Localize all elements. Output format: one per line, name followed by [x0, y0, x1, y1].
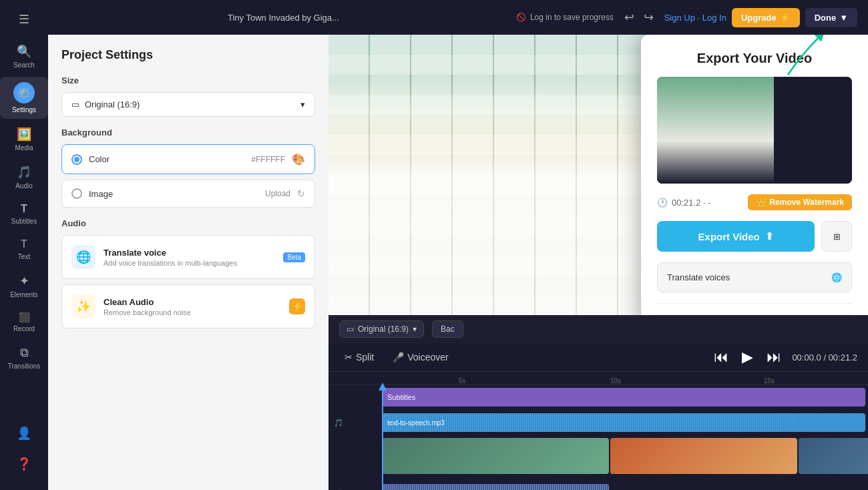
export-options-button[interactable]: ⊞	[821, 221, 852, 252]
nav-arrows: ↩ ↪	[622, 7, 656, 27]
transitions-icon: ⧉	[20, 346, 29, 360]
ruler-mark-10s: 10s	[610, 377, 621, 385]
music-icon: 🎵	[334, 419, 343, 427]
color-radio[interactable]	[71, 154, 82, 165]
sidebar-item-elements[interactable]: ✦ Elements	[0, 268, 48, 304]
translate-voice-card[interactable]: 🌐 Translate voice Add voice translations…	[61, 235, 315, 279]
subtitle-track-content: Subtitles	[382, 385, 868, 409]
help-icon: ❓	[17, 457, 31, 471]
grid-icon: ⊞	[833, 232, 841, 242]
translate-voices-label: Translate voices	[667, 272, 730, 282]
export-buttons-row: Export Video ⬆ ⊞	[657, 221, 852, 252]
clean-audio-desc: Remove background noise	[103, 308, 281, 316]
done-label: Done	[815, 13, 837, 23]
sidebar-item-search[interactable]: 🔍 Search	[0, 39, 48, 74]
project-title: Tiny Town Invaded by Giga...	[59, 13, 508, 23]
subtitle-track-row: Subtitles	[329, 385, 868, 409]
split-label: Split	[356, 352, 374, 362]
sidebar-item-media[interactable]: 🖼️ Media	[0, 121, 48, 157]
size-select-inner: ▭ Original (16:9)	[71, 99, 140, 109]
chevron-down-icon: ▾	[413, 324, 417, 334]
tts-track-content: text-to-speech.mp3	[382, 411, 868, 435]
video-clip-2[interactable]	[610, 438, 797, 474]
timeline-area: ✂ Split 🎤 Voiceover ⏮ ▶ ⏭ 00:00.0 / 0	[329, 343, 868, 490]
undo-button[interactable]: ↩	[622, 7, 637, 27]
sidebar-item-text[interactable]: T Text	[0, 233, 48, 266]
done-button[interactable]: Done ▼	[805, 8, 857, 27]
video-clip-3[interactable]	[799, 438, 868, 474]
export-preview-img	[657, 77, 852, 184]
subtitle-label: Subtitles	[387, 393, 415, 401]
back-button[interactable]: Bac	[432, 320, 463, 338]
redo-button[interactable]: ↪	[641, 7, 656, 27]
sidebar-item-audio[interactable]: 🎵 Audio	[0, 160, 48, 195]
translate-voice-desc: Add voice translations in multi-language…	[103, 259, 275, 267]
profile-icon: 👤	[17, 426, 31, 441]
subtitles-icon: T	[21, 203, 27, 215]
sidebar-item-label: Audio	[15, 182, 33, 190]
tracks-inner: 5s 10s 15s	[329, 372, 868, 490]
hamburger-icon[interactable]: ☰	[19, 12, 29, 27]
upgrade-badge-audio[interactable]: ⚡	[289, 298, 305, 314]
export-panel: Export Your Video 🕐 00:21.2 · - 👑	[641, 35, 868, 315]
audio-label: Audio	[61, 218, 315, 228]
sidebar-item-record[interactable]: ⬛ Record	[0, 306, 48, 338]
bolt-icon: ⚡	[780, 13, 791, 23]
voiceover-button[interactable]: 🎤 Voiceover	[387, 349, 453, 365]
upload-button[interactable]: Upload	[265, 189, 290, 198]
clock-icon: 🕐	[657, 198, 668, 208]
video-clip-1[interactable]	[382, 438, 609, 474]
sidebar-item-label: Settings	[12, 106, 36, 113]
sidebar-item-settings[interactable]: ⚙️ Settings	[0, 77, 48, 119]
export-time-row: 🕐 00:21.2 · - 👑 Remove Watermark	[657, 194, 852, 210]
video-clips-row	[329, 436, 868, 480]
sidebar-item-transitions[interactable]: ⧉ Transitions	[0, 340, 48, 375]
upgrade-button[interactable]: Upgrade ⚡	[732, 8, 800, 27]
translate-voice-name: Translate voice	[103, 248, 275, 258]
image-radio[interactable]	[71, 188, 82, 199]
clean-audio-card[interactable]: ✨ Clean Audio Remove background noise ⚡	[61, 284, 315, 328]
preview-bottom-bar: ▭ Original (16:9) ▾ Bac	[329, 315, 868, 343]
skip-back-button[interactable]: ⏮	[711, 348, 731, 366]
lounge-track-row: 🎵 Audio Lounge Beat 30 Sec.mp3	[329, 481, 868, 490]
subtitle-track-bar[interactable]: Subtitles	[382, 388, 865, 407]
aspect-icon: ▭	[347, 324, 354, 334]
voiceover-label: Voiceover	[407, 352, 448, 362]
sidebar-item-subtitles[interactable]: T Subtitles	[0, 198, 48, 230]
size-select[interactable]: ▭ Original (16:9) ▾	[61, 92, 315, 117]
upload-icon: ↻	[297, 188, 305, 199]
auth-links[interactable]: Sign Up · Log In	[664, 13, 726, 23]
record-icon: ⬛	[19, 312, 30, 322]
play-button[interactable]: ▶	[739, 348, 756, 366]
sidebar-item-help[interactable]: ❓	[14, 451, 34, 477]
timeline-ruler: 5s 10s 15s	[329, 372, 868, 385]
image-option[interactable]: Image Upload ↻	[61, 180, 315, 208]
aspect-ratio-value: Original (16:9)	[358, 324, 409, 334]
video-clips	[382, 436, 868, 476]
sidebar-item-profile[interactable]: 👤	[14, 421, 34, 446]
aspect-ratio-selector[interactable]: ▭ Original (16:9) ▾	[339, 320, 424, 338]
color-label: Color	[89, 154, 244, 164]
color-picker-icon[interactable]: 🎨	[292, 153, 305, 166]
settings-icon: ⚙️	[17, 87, 31, 99]
tts-track-label: 🎵	[329, 419, 382, 427]
color-option[interactable]: Color #FFFFFF 🎨	[61, 144, 315, 174]
video-clips-content	[382, 436, 868, 480]
lounge-audio-bar[interactable]: Audio Lounge Beat 30 Sec.mp3	[382, 484, 609, 490]
export-preview	[657, 77, 852, 184]
tts-audio-bar[interactable]: text-to-speech.mp3	[382, 413, 865, 432]
content-row: Project Settings Size ▭ Original (16:9) …	[48, 35, 868, 490]
export-video-button[interactable]: Export Video ⬆	[657, 221, 815, 252]
translate-voices-button[interactable]: Translate voices 🌐	[657, 262, 852, 292]
background-section: Background Color #FFFFFF 🎨 Image Upload …	[61, 128, 315, 208]
remove-watermark-button[interactable]: 👑 Remove Watermark	[748, 194, 852, 210]
topbar: Tiny Town Invaded by Giga... 🚫 Log in to…	[48, 0, 868, 35]
settings-icon-circle: ⚙️	[13, 82, 35, 103]
image-label: Image	[89, 189, 258, 199]
split-icon: ✂	[345, 352, 353, 362]
timeline-tracks[interactable]: 5s 10s 15s	[329, 372, 868, 490]
skip-forward-button[interactable]: ⏭	[764, 348, 784, 366]
tracks-wrapper: Subtitles 🎵	[329, 385, 868, 490]
split-button[interactable]: ✂ Split	[339, 349, 379, 365]
no-save-icon: 🚫	[516, 13, 526, 22]
